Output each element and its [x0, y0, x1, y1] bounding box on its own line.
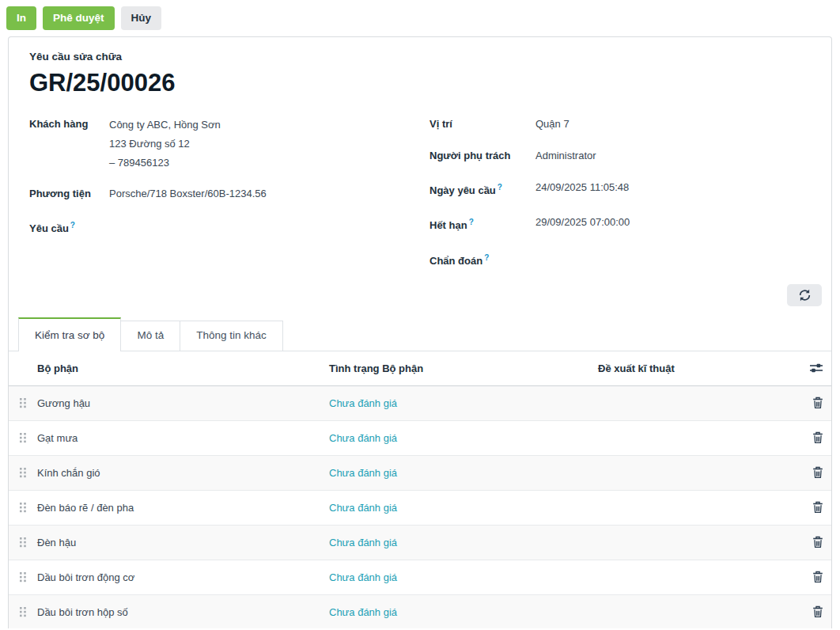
customer-value[interactable]: Công ty ABC, Hồng Sơn 123 Đường số 12 – … — [109, 116, 221, 173]
trash-icon — [812, 501, 823, 514]
header-status: Tình trạng Bộ phận — [329, 362, 598, 374]
part-name[interactable]: Gạt mưa — [37, 432, 329, 444]
drag-handle[interactable] — [9, 467, 37, 478]
drag-handle-icon — [19, 537, 27, 548]
drag-handle-icon — [19, 432, 27, 443]
drag-handle[interactable] — [9, 397, 37, 408]
trash-icon — [812, 571, 823, 583]
request-date-value[interactable]: 24/09/2025 11:05:48 — [535, 179, 629, 199]
trash-icon — [812, 431, 823, 444]
delete-row-button[interactable] — [795, 397, 831, 409]
customer-name[interactable]: Công ty ABC, Hồng Sơn — [109, 116, 221, 135]
print-button[interactable]: In — [6, 6, 36, 30]
trash-icon — [812, 466, 823, 479]
document-type-label: Yêu cầu sửa chữa — [29, 51, 811, 63]
delete-row-button[interactable] — [795, 501, 831, 514]
field-group-right: Vị trí Quận 7 Người phụ trách Administra… — [429, 116, 811, 284]
status-link[interactable]: Chưa đánh giá — [329, 467, 397, 479]
page-title: GR/25/00026 — [29, 68, 811, 98]
field-deadline: Hết hạn? 29/09/2025 07:00:00 — [429, 214, 811, 233]
diagnosis-label: Chẩn đoán? — [429, 249, 535, 269]
tab-kiem-tra-so-bo[interactable]: Kiểm tra sơ bộ — [18, 317, 121, 351]
request-date-label: Ngày yêu cầu? — [429, 179, 535, 199]
help-icon[interactable]: ? — [469, 218, 474, 226]
table-row[interactable]: Dầu bôi trơn hộp số Chưa đánh giá — [9, 595, 831, 628]
header-part: Bộ phận — [37, 362, 329, 374]
deadline-label: Hết hạn? — [429, 214, 535, 233]
part-name[interactable]: Đèn báo rẽ / đèn pha — [37, 502, 329, 514]
location-value[interactable]: Quận 7 — [535, 116, 569, 132]
table-row[interactable]: Gạt mưa Chưa đánh giá — [9, 421, 831, 456]
assignee-label: Người phụ trách — [429, 147, 535, 164]
location-label: Vị trí — [429, 116, 535, 132]
sliders-icon — [809, 362, 823, 374]
part-name[interactable]: Dầu bôi trơn động cơ — [37, 571, 329, 583]
delete-row-button[interactable] — [795, 571, 831, 583]
status-link[interactable]: Chưa đánh giá — [329, 606, 397, 618]
field-assignee: Người phụ trách Administrator — [429, 147, 811, 164]
refresh-row — [9, 284, 831, 306]
status-link[interactable]: Chưa đánh giá — [329, 537, 397, 548]
drag-handle-icon — [19, 397, 27, 408]
table-row[interactable]: Gương hậu Chưa đánh giá — [9, 386, 831, 421]
part-name[interactable]: Gương hậu — [37, 397, 329, 409]
deadline-value[interactable]: 29/09/2025 07:00:00 — [535, 214, 630, 233]
table-row[interactable]: Đèn hậu Chưa đánh giá — [9, 526, 831, 560]
table-header-row: Bộ phận Tình trạng Bộ phận Đề xuất kĩ th… — [9, 351, 831, 386]
drag-handle[interactable] — [9, 537, 37, 548]
table-row[interactable]: Dầu bôi trơn động cơ Chưa đánh giá — [9, 560, 831, 595]
part-name[interactable]: Kính chắn gió — [37, 467, 329, 479]
trash-icon — [812, 536, 823, 548]
table-row[interactable]: Đèn báo rẽ / đèn pha Chưa đánh giá — [9, 491, 831, 526]
refresh-button[interactable] — [787, 284, 822, 306]
table-row[interactable]: Kính chắn gió Chưa đánh giá — [9, 456, 831, 491]
field-diagnosis: Chẩn đoán? — [429, 249, 811, 269]
request-label: Yêu cầu? — [29, 217, 109, 237]
assignee-value[interactable]: Administrator — [535, 147, 596, 164]
drag-handle[interactable] — [9, 571, 37, 583]
tab-thong-tin-khac[interactable]: Thông tin khác — [180, 321, 283, 351]
checklist-table: Bộ phận Tình trạng Bộ phận Đề xuất kĩ th… — [9, 351, 831, 628]
form-sheet: Yêu cầu sửa chữa GR/25/00026 Khách hàng … — [8, 36, 832, 628]
delete-row-button[interactable] — [795, 466, 831, 479]
status-link[interactable]: Chưa đánh giá — [329, 502, 397, 514]
delete-row-button[interactable] — [795, 605, 831, 618]
field-location: Vị trí Quận 7 — [429, 116, 811, 132]
drag-handle-icon — [19, 571, 27, 583]
vehicle-label: Phương tiện — [29, 185, 109, 202]
help-icon[interactable]: ? — [484, 253, 489, 262]
status-link[interactable]: Chưa đánh giá — [329, 432, 397, 444]
part-name[interactable]: Đèn hậu — [37, 537, 329, 548]
vehicle-value[interactable]: Porsche/718 Boxster/60B-1234.56 — [109, 185, 267, 202]
part-name[interactable]: Dầu bôi trơn hộp số — [37, 606, 329, 618]
status-link[interactable]: Chưa đánh giá — [329, 397, 397, 409]
refresh-icon — [798, 289, 812, 302]
cancel-button[interactable]: Hủy — [121, 6, 162, 30]
header-suggestion: Đề xuất kĩ thuật — [598, 362, 795, 374]
field-vehicle: Phương tiện Porsche/718 Boxster/60B-1234… — [29, 185, 411, 202]
drag-handle-icon — [19, 467, 27, 478]
status-link[interactable]: Chưa đánh giá — [329, 571, 397, 583]
customer-street: 123 Đường số 12 — [109, 135, 221, 154]
statusbar: In Phê duyệt Hủy — [0, 0, 840, 36]
field-group-left: Khách hàng Công ty ABC, Hồng Sơn 123 Đườ… — [29, 116, 411, 284]
approve-button[interactable]: Phê duyệt — [43, 6, 115, 30]
field-request-date: Ngày yêu cầu? 24/09/2025 11:05:48 — [429, 179, 811, 199]
optional-columns-button[interactable] — [795, 362, 831, 374]
delete-row-button[interactable] — [795, 536, 831, 548]
help-icon[interactable]: ? — [498, 183, 502, 192]
notebook-tabs: Kiểm tra sơ bộ Mô tả Thông tin khác — [9, 317, 831, 351]
drag-handle[interactable] — [9, 606, 37, 617]
drag-handle[interactable] — [9, 502, 37, 513]
field-customer: Khách hàng Công ty ABC, Hồng Sơn 123 Đườ… — [29, 116, 411, 173]
help-icon[interactable]: ? — [70, 221, 75, 230]
drag-handle-icon — [19, 606, 27, 617]
drag-handle[interactable] — [9, 432, 37, 443]
delete-row-button[interactable] — [795, 431, 831, 444]
tab-mo-ta[interactable]: Mô tả — [120, 321, 180, 351]
customer-label: Khách hàng — [29, 116, 109, 173]
trash-icon — [812, 397, 823, 409]
field-request: Yêu cầu? — [29, 217, 411, 237]
drag-handle-icon — [19, 502, 27, 513]
customer-phone: – 789456123 — [109, 154, 221, 173]
